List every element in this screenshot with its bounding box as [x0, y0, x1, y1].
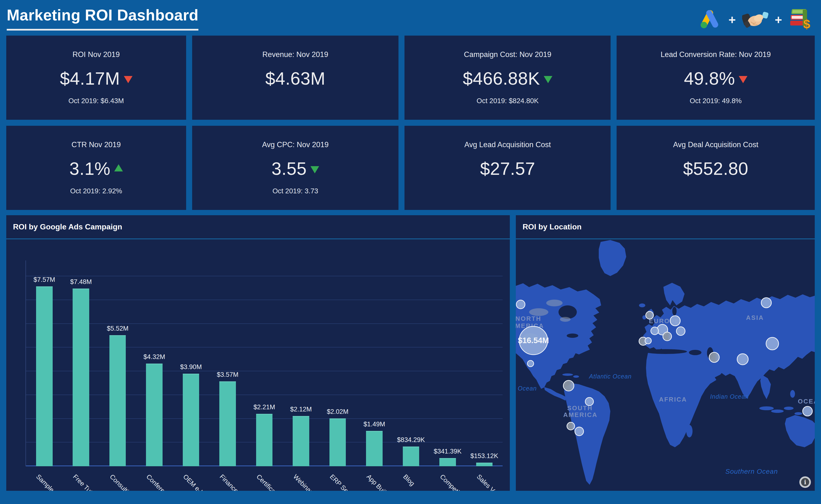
kpi-value: $552.80: [683, 158, 748, 179]
x-label-slot: Certification Program: [246, 469, 283, 490]
kpi-value-row: 3.55: [272, 158, 319, 179]
bar-slot: $2.21M: [246, 260, 283, 466]
x-axis-label: App Builder: [365, 473, 394, 491]
kpi-value: $27.57: [480, 158, 535, 179]
bar-free-tutorials[interactable]: $7.48M: [73, 289, 89, 466]
kpi-compare-text: Oct 2019: 2.92%: [70, 187, 122, 195]
dashboard-page: Marketing ROI Dashboard +: [0, 0, 821, 504]
bar-slot: $153.12K: [466, 260, 503, 466]
kpi-value-row: $552.80: [683, 158, 748, 179]
kpi-title: ROI Nov 2019: [73, 50, 120, 59]
map-bubble[interactable]: [645, 338, 651, 344]
x-axis-label: Conference: [145, 473, 174, 491]
kpi-value-row: $466.88K: [463, 68, 552, 89]
map-bubble[interactable]: [646, 311, 653, 319]
map-bubble[interactable]: [567, 422, 575, 430]
bar-value-label: $834.29K: [397, 436, 425, 444]
map-bubble[interactable]: [563, 380, 574, 391]
page-title: Marketing ROI Dashboard: [7, 6, 198, 24]
map-bubble[interactable]: [516, 300, 525, 309]
map-bubble[interactable]: [670, 316, 680, 326]
x-label-slot: Sales Vertical: [466, 469, 503, 490]
map-bubble[interactable]: [709, 352, 719, 362]
map-bubble[interactable]: [663, 332, 671, 341]
x-label-slot: Competitor Targets: [429, 469, 466, 490]
bar-slot: $2.12M: [283, 260, 319, 466]
bar-sample-gallery[interactable]: $7.57M: [36, 286, 53, 466]
x-label-slot: App Builder: [356, 469, 392, 490]
ocean-label: Ocean: [518, 385, 537, 392]
bar-app-builder[interactable]: $1.49M: [366, 431, 383, 466]
kpi-card-6: Avg Lead Acquisition Cost$27.57: [404, 126, 611, 210]
bar-value-label: $5.52M: [107, 325, 128, 332]
svg-text:$: $: [803, 17, 810, 31]
map-bubble[interactable]: [737, 354, 748, 365]
kpi-value: 3.1%: [69, 158, 111, 179]
bar-value-label: $153.12K: [470, 452, 498, 460]
x-axis-label: Sales Vertical: [475, 473, 508, 491]
world-map: NORTHAMERICAEUROPEASIAAFRICASOUTHAMERICA…: [516, 240, 815, 491]
x-label-slot: Sample Gallery: [25, 469, 62, 490]
x-label-slot: Conference: [136, 469, 172, 490]
bar-blog[interactable]: $834.29K: [403, 447, 419, 466]
bar-value-label: $2.02M: [327, 408, 348, 416]
x-label-slot: Free Tutorials: [62, 469, 99, 490]
kpi-value-row: $4.63M: [265, 68, 325, 89]
chart-body: $7.57M$7.48M$5.52M$4.32M$3.90M$3.57M$2.2…: [6, 239, 510, 490]
bar-value-label: $3.90M: [180, 363, 202, 371]
kpi-title: Avg Deal Acquisition Cost: [673, 140, 758, 149]
kpi-card-3: Lead Conversion Rate: Nov 201949.8%Oct 2…: [617, 36, 815, 120]
info-icon[interactable]: i: [799, 476, 811, 488]
bar-erp-sector[interactable]: $2.02M: [329, 418, 346, 466]
bar-sales-vertical[interactable]: $153.12K: [476, 463, 493, 466]
kpi-value-row: 3.1%: [69, 158, 123, 179]
trend-up-icon: [114, 164, 123, 171]
bottom-section: ROI by Google Ads Campaign $7.57M$7.48M$…: [6, 215, 815, 491]
bar-competitor-targets[interactable]: $341.39K: [439, 458, 456, 466]
bar-value-label: $7.57M: [33, 276, 55, 283]
map-bubble[interactable]: [676, 327, 685, 335]
kpi-title: Avg Lead Acquisition Cost: [464, 140, 551, 149]
continent-label: OCEANIA: [798, 398, 815, 405]
map-bubble[interactable]: [761, 298, 771, 308]
x-label-slot: Webinar Promotion: [282, 469, 319, 490]
kpi-compare-text: Oct 2019: 49.8%: [690, 97, 742, 105]
bar-value-label: $4.32M: [144, 353, 165, 361]
map-bubble[interactable]: [651, 327, 658, 335]
bar-webinar-promotion[interactable]: $2.12M: [293, 416, 309, 466]
kpi-value-row: $27.57: [480, 158, 535, 179]
ocean-label: Southern Ocean: [725, 468, 778, 475]
ocean-label: Indian Ocean: [710, 393, 749, 400]
bar-slot: $5.52M: [99, 260, 136, 466]
map-bubble[interactable]: [575, 427, 584, 436]
bar-conference[interactable]: $4.32M: [146, 364, 163, 466]
bar-slot: $3.57M: [209, 260, 246, 466]
bar-certification-program[interactable]: $2.21M: [256, 414, 273, 466]
bar-value-label: $2.21M: [253, 403, 275, 411]
roi-by-location-panel: ROI by Location: [516, 215, 815, 491]
kpi-title: CTR Nov 2019: [71, 140, 121, 149]
bar-oem-e-book[interactable]: $3.90M: [183, 374, 199, 466]
map-panel-header: ROI by Location: [516, 215, 815, 239]
x-label-slot: Blog: [392, 469, 429, 490]
kpi-value: 3.55: [272, 158, 307, 179]
bar-finance-vertical[interactable]: $3.57M: [219, 381, 236, 466]
map-bubble[interactable]: [527, 360, 534, 367]
kpi-title: Revenue: Nov 2019: [262, 50, 328, 59]
bar-slot: $2.02M: [319, 260, 356, 466]
map-bubble[interactable]: [585, 397, 594, 406]
google-ads-icon: [697, 8, 722, 32]
x-axis-labels: Sample GalleryFree TutorialsConsulting S…: [25, 469, 503, 490]
map-bubble[interactable]: [803, 406, 812, 416]
chart-panel-title: ROI by Google Ads Campaign: [13, 222, 122, 231]
x-label-slot: ERP Sector: [319, 469, 356, 490]
x-axis-label: Blog: [402, 473, 416, 487]
bar-slot: $341.39K: [429, 260, 466, 466]
kpi-value-row: 49.8%: [684, 68, 747, 89]
bar-consulting-service[interactable]: $5.52M: [109, 335, 126, 466]
map-bubble[interactable]: [766, 337, 779, 350]
bar-value-label: $7.48M: [70, 278, 92, 286]
kpi-value: $4.63M: [265, 68, 325, 89]
bar-slot: $7.48M: [63, 260, 99, 466]
bar-value-label: $341.39K: [434, 448, 462, 455]
